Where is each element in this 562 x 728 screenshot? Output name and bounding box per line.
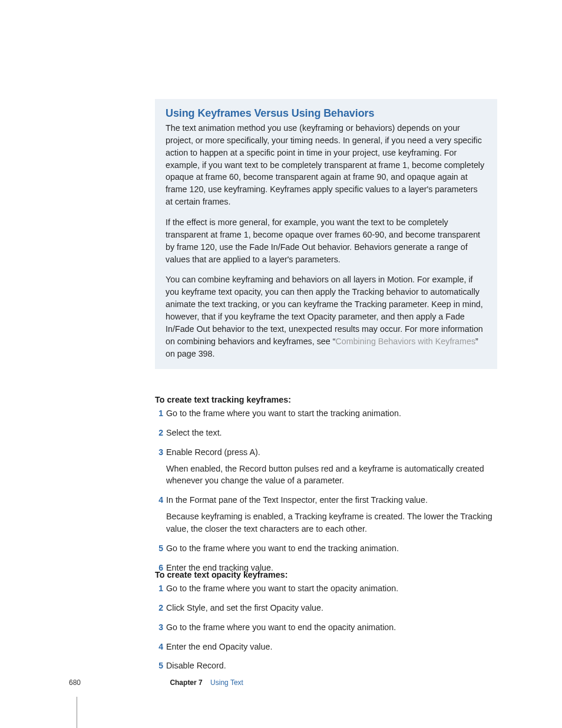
step-text: Enter the end Opacity value. <box>166 642 272 651</box>
step-item: Enter the end Opacity value. <box>155 641 497 653</box>
step-subtext: Because keyframing is enabled, a Trackin… <box>166 510 497 535</box>
tracking-keyframes-steps: Go to the frame where you want to start … <box>155 407 497 574</box>
page-footer: 680 Chapter 7 Using Text <box>69 678 243 687</box>
step-item: Go to the frame where you want to end th… <box>155 542 497 555</box>
step-item: Go to the frame where you want to end th… <box>155 621 497 634</box>
step-text: Go to the frame where you want to start … <box>166 584 398 593</box>
step-text: Enable Record (press A). <box>166 447 260 457</box>
tracking-keyframes-section: To create text tracking keyframes: Go to… <box>155 395 497 574</box>
callout-paragraph-2: If the effect is more general, for examp… <box>166 216 487 265</box>
cross-reference-link[interactable]: Combining Behaviors with Keyframes <box>335 337 475 346</box>
step-subtext: When enabled, the Record button pulses r… <box>166 463 497 487</box>
tracking-keyframes-heading: To create text tracking keyframes: <box>155 395 497 404</box>
step-item: Disable Record. <box>155 660 497 672</box>
step-item: Go to the frame where you want to start … <box>155 582 497 595</box>
chapter-title: Using Text <box>210 678 243 687</box>
step-item: Select the text. <box>155 427 497 439</box>
step-text: Go to the frame where you want to end th… <box>166 543 399 553</box>
opacity-keyframes-heading: To create text opacity keyframes: <box>155 570 497 579</box>
step-item: In the Format pane of the Text Inspector… <box>155 494 497 535</box>
page: Using Keyframes Versus Using Behaviors T… <box>0 0 562 728</box>
callout-p3-lead: You can combine keyframing and behaviors… <box>166 275 483 345</box>
callout-title: Using Keyframes Versus Using Behaviors <box>166 107 487 120</box>
opacity-keyframes-section: To create text opacity keyframes: Go to … <box>155 570 497 672</box>
step-item: Go to the frame where you want to start … <box>155 407 497 420</box>
chapter-label: Chapter 7 <box>170 678 202 687</box>
step-text: Disable Record. <box>166 661 226 670</box>
step-text: Go to the frame where you want to end th… <box>166 622 396 632</box>
step-text: Click Style, and set the first Opacity v… <box>166 603 323 612</box>
callout-paragraph-3: You can combine keyframing and behaviors… <box>166 274 487 360</box>
step-item: Click Style, and set the first Opacity v… <box>155 602 497 614</box>
step-text: Select the text. <box>166 428 222 437</box>
callout-box: Using Keyframes Versus Using Behaviors T… <box>155 99 497 369</box>
opacity-keyframes-steps: Go to the frame where you want to start … <box>155 582 497 672</box>
step-item: Enable Record (press A). When enabled, t… <box>155 446 497 487</box>
step-text: Go to the frame where you want to start … <box>166 409 401 418</box>
step-text: In the Format pane of the Text Inspector… <box>166 495 428 505</box>
footer-rule <box>77 697 77 728</box>
page-number: 680 <box>69 678 81 687</box>
callout-paragraph-1: The text animation method you use (keyfr… <box>166 122 487 208</box>
